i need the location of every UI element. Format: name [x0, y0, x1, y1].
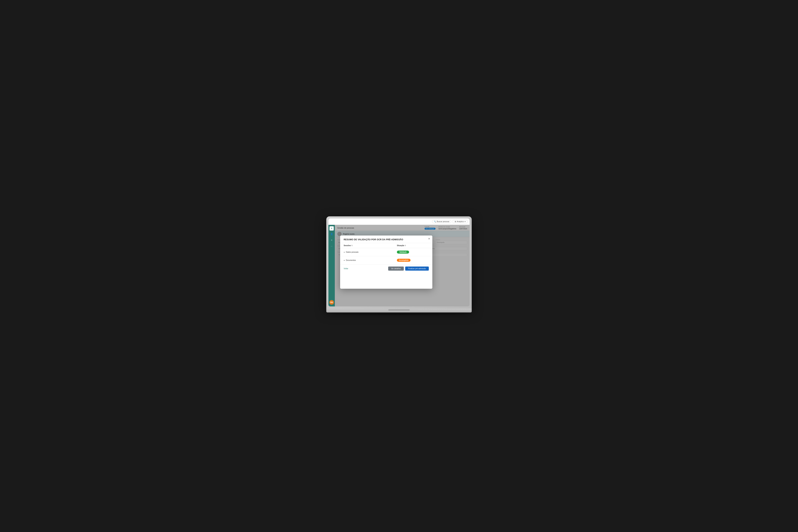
modal-table: Sessões ⇅ Situação ⇅ — [340, 243, 432, 264]
search-people-button[interactable]: 🔍 Buscar pessoas — [432, 220, 451, 223]
sessions-sort-icon[interactable]: ⇅ — [351, 245, 353, 247]
sidebar-avatar: RN — [329, 300, 334, 305]
table-row-dados-pessoais: + Dados pessoais Validado — [340, 248, 432, 256]
situation-sort-icon[interactable]: ⇅ — [405, 245, 406, 247]
view-details-button[interactable]: Ver detalhes — [388, 267, 404, 271]
modal-overlay: ✕ RESUMO DE VALIDAÇÃO POR OCR DA PRÉ-ADM… — [335, 225, 470, 306]
laptop-shadow — [319, 313, 479, 316]
validado-badge: Validado — [397, 251, 409, 253]
back-button[interactable]: Voltar — [344, 268, 348, 269]
situation-label: Situação — [397, 245, 404, 247]
sessions-label: Sessões — [344, 245, 351, 247]
row-documentos-label: + Documentos — [344, 259, 397, 261]
chevron-down-icon: ▾ — [464, 221, 466, 223]
sidebar-icon-dots[interactable]: ··· — [329, 244, 334, 249]
main-area: Gestão de pessoas Convite Em validação M… — [335, 225, 470, 306]
sidebar: S 👤 ≡ ··· RN — [328, 225, 335, 306]
grid-icon: ⊞ — [455, 221, 456, 223]
sidebar-icon-menu[interactable]: ≡ — [329, 238, 334, 243]
sidebar-logo: S — [329, 226, 334, 230]
search-icon: 🔍 — [434, 221, 436, 223]
expand-dados-pessoais-icon[interactable]: + — [344, 251, 345, 253]
table-header: Sessões ⇅ Situação ⇅ — [340, 243, 432, 248]
incompleto-badge: Incompleto — [397, 259, 411, 262]
expand-documentos-icon[interactable]: + — [344, 259, 345, 261]
dados-pessoais-text: Dados pessoais — [346, 251, 358, 253]
row-dados-pessoais-status: Validado — [397, 251, 429, 253]
search-people-label: Buscar pessoas — [437, 221, 449, 223]
modal-close-button[interactable]: ✕ — [428, 237, 430, 240]
modal-footer: Voltar Ver detalhes Finalizar pré-admiss… — [340, 264, 432, 273]
finalize-preadmission-button[interactable]: Finalizar pré-admissão — [405, 267, 429, 271]
laptop-base — [326, 308, 472, 312]
documentos-text: Documentos — [346, 259, 356, 261]
ocr-validation-modal: ✕ RESUMO DE VALIDAÇÃO POR OCR DA PRÉ-ADM… — [340, 235, 432, 289]
row-dados-pessoais-label: + Dados pessoais — [344, 251, 397, 253]
top-bar: 🔍 Buscar pessoas ⊞ Analytics ▾ — [328, 218, 470, 225]
analytics-button[interactable]: ⊞ Analytics ▾ — [453, 220, 468, 223]
analytics-label: Analytics — [457, 221, 464, 223]
modal-title: RESUMO DE VALIDAÇÃO POR OCR DA PRÉ-ADMIS… — [340, 235, 432, 243]
table-row-documentos: + Documentos Incompleto — [340, 256, 432, 264]
row-documentos-status: Incompleto — [397, 259, 429, 262]
col-sessions-header: Sessões ⇅ — [344, 245, 396, 247]
sidebar-icon-person[interactable]: 👤 — [329, 232, 334, 236]
col-situation-header: Situação ⇅ — [397, 245, 429, 247]
